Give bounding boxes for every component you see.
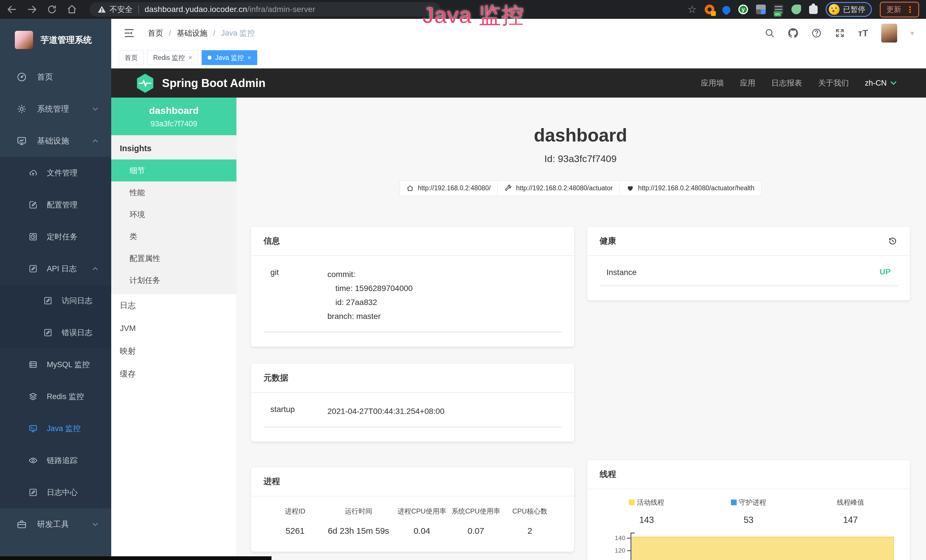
spring-boot-admin-logo[interactable]: [136, 73, 154, 93]
address-bar[interactable]: 不安全 dashboard.yudao.iocoder.cn/infra/adm…: [89, 2, 440, 17]
health-url-link[interactable]: http://192.168.0.2:48080/actuator/health: [619, 180, 761, 196]
sidebar-item-redis-monitor[interactable]: Redis 监控: [0, 381, 111, 413]
sba-menu-caches[interactable]: 缓存: [111, 363, 236, 385]
sidebar-item-devtools[interactable]: 研发工具: [0, 509, 111, 540]
chevron-down-icon: [91, 105, 99, 113]
breadcrumb-section[interactable]: 基础设施: [177, 28, 207, 38]
sba-menu-config-props[interactable]: 配置属性: [111, 247, 236, 269]
sba-menu-performance[interactable]: 性能: [111, 182, 236, 203]
user-avatar[interactable]: [881, 24, 897, 42]
search-icon[interactable]: [764, 28, 775, 38]
sba-locale-select[interactable]: zh-CN: [865, 79, 897, 88]
sba-menu-classes[interactable]: 类: [111, 226, 236, 247]
sba-menu-mappings[interactable]: 映射: [111, 340, 236, 363]
user-menu-caret-icon[interactable]: ▾: [910, 29, 914, 38]
page-url[interactable]: dashboard.yudao.iocoder.cn/infra/admin-s…: [145, 5, 315, 14]
card-title: 健康: [600, 235, 616, 247]
sba-menu-loggers[interactable]: 日志: [111, 294, 236, 317]
close-icon[interactable]: ×: [188, 54, 192, 61]
tab-label: 首页: [125, 53, 138, 62]
forward-icon[interactable]: [27, 4, 37, 15]
sidebar-item-scheduled-jobs[interactable]: 定时任务: [0, 221, 111, 253]
sidebar-item-mysql-monitor[interactable]: MySQL 监控: [0, 349, 111, 381]
sidebar-item-file-manage[interactable]: 文件管理: [0, 157, 111, 189]
header-actions: тT ▾: [764, 24, 914, 42]
sba-main: dashboard Id: 93a3fc7f7409 http://192.16…: [237, 98, 926, 560]
sidebar-item-api-log[interactable]: API 日志: [0, 253, 111, 285]
sba-nav-wall[interactable]: 应用墙: [701, 78, 724, 88]
paused-label: 已暂停: [843, 5, 865, 15]
status-badge: UP: [879, 267, 891, 277]
service-url-link[interactable]: http://192.168.0.2:48080/: [399, 180, 498, 196]
column-header: CPU核心数: [503, 507, 557, 516]
sba-nav-journal[interactable]: 日志报表: [771, 78, 802, 88]
sba-menu-environment[interactable]: 环境: [111, 203, 236, 226]
y-axis-cap: [631, 533, 634, 533]
back-icon[interactable]: [7, 4, 17, 15]
main-sidebar: 芋道管理系统 首页 系统管理 基础设施 文件管理: [0, 19, 111, 560]
table-row: Instance UP: [600, 267, 898, 286]
cpu-cores-value: 2: [503, 526, 557, 536]
sba-menu-jvm[interactable]: JVM: [111, 317, 236, 340]
legend-label: 线程峰值: [837, 498, 864, 507]
extension-icon-green[interactable]: [738, 5, 748, 14]
actuator-url-link[interactable]: http://192.168.0.2:48080/actuator: [497, 180, 620, 196]
edit-square-icon: [29, 488, 38, 497]
extension-icon-leaf[interactable]: [791, 5, 801, 14]
sba-menu-scheduled-tasks[interactable]: 计划任务: [111, 269, 236, 291]
tab-java-monitor[interactable]: Java 监控×: [202, 50, 257, 65]
history-icon[interactable]: [888, 236, 897, 246]
extensions-puzzle-icon[interactable]: [809, 5, 818, 14]
sidebar-item-label: Java 监控: [47, 423, 81, 434]
legend-swatch-yellow: [629, 499, 634, 505]
browser-actions: ☆ 已暂停 更新⋮: [688, 2, 919, 17]
extension-icon-grid[interactable]: [756, 5, 766, 14]
font-size-icon[interactable]: тT: [858, 29, 868, 38]
fullscreen-icon[interactable]: [835, 28, 845, 38]
close-icon[interactable]: ×: [247, 54, 251, 61]
sidebar-collapse-icon[interactable]: [123, 27, 135, 39]
profile-paused-badge[interactable]: 已暂停: [826, 2, 872, 17]
instance-header[interactable]: dashboard 93a3fc7f7409: [111, 98, 236, 135]
insights-group: Insights 细节 性能 环境 类 配置属性 计划任务: [111, 135, 236, 294]
extension-icon-pin[interactable]: [722, 6, 730, 14]
sidebar-item-java-monitor[interactable]: Java 监控: [0, 413, 111, 445]
security-label[interactable]: 不安全: [109, 4, 133, 15]
sidebar-item-system[interactable]: 系统管理: [0, 93, 111, 125]
app-logo[interactable]: 芋道管理系统: [0, 19, 111, 61]
health-url: http://192.168.0.2:48080/actuator/health: [638, 184, 754, 192]
sidebar-item-config-manage[interactable]: 配置管理: [0, 189, 111, 221]
sidebar-item-access-log[interactable]: 访问日志: [0, 285, 111, 317]
extension-icon-switch[interactable]: [774, 5, 784, 14]
card-body: git commit: time: 1596289704000 id: 27aa…: [251, 256, 574, 347]
browser-menu-kebab-icon[interactable]: ⋮: [906, 5, 914, 15]
sba-brand-title[interactable]: Spring Boot Admin: [162, 77, 265, 89]
browser-update-button[interactable]: 更新⋮: [880, 2, 919, 17]
sba-nav-about[interactable]: 关于我们: [818, 78, 849, 88]
git-commit-line: commit:: [327, 267, 413, 281]
sidebar-item-error-log[interactable]: 错误日志: [0, 317, 111, 349]
github-icon[interactable]: [788, 28, 798, 38]
extension-icon-orange[interactable]: [705, 5, 714, 14]
sba-menu-details[interactable]: 细节: [111, 159, 236, 182]
sba-nav-applications[interactable]: 应用: [740, 78, 755, 88]
spring-boot-admin-frame: Spring Boot Admin 应用墙 应用 日志报表 关于我们 zh-CN…: [111, 68, 926, 560]
breadcrumb-home[interactable]: 首页: [148, 28, 163, 38]
app-logo-image: [15, 31, 33, 49]
legend-text: 守护进程: [739, 498, 766, 507]
sidebar-item-tracing[interactable]: 链路追踪: [0, 445, 111, 477]
tab-redis-monitor[interactable]: Redis 监控×: [147, 50, 198, 65]
legend-swatch-blue: [731, 499, 737, 505]
home-icon[interactable]: [67, 4, 77, 15]
sba-root-menu: 日志 JVM 映射 缓存: [111, 294, 236, 385]
sidebar-item-infra[interactable]: 基础设施: [0, 125, 111, 157]
help-icon[interactable]: [811, 28, 822, 38]
refresh-icon[interactable]: [47, 4, 57, 15]
sidebar-item-home[interactable]: 首页: [0, 61, 111, 93]
tab-label: Java 监控: [215, 53, 244, 62]
bookmark-star-icon[interactable]: ☆: [688, 4, 697, 15]
tab-home[interactable]: 首页: [119, 50, 144, 65]
sidebar-item-log-center[interactable]: 日志中心: [0, 477, 111, 509]
card-header: 健康: [587, 227, 910, 256]
cards-grid: 信息 git commit: time: 1596289704000 id: 2: [251, 227, 910, 560]
